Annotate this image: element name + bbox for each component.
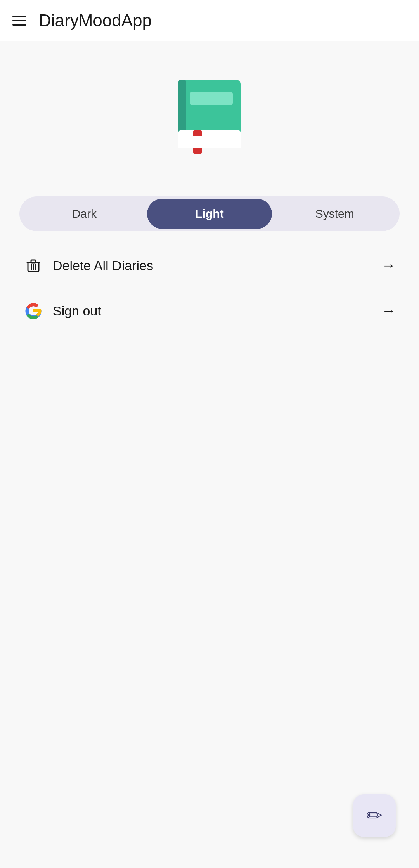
hamburger-line-1 xyxy=(12,16,26,17)
trash-icon xyxy=(23,255,43,275)
sign-out-label: Sign out xyxy=(53,303,382,319)
app-title: DiaryMoodApp xyxy=(39,11,152,30)
diary-book-icon xyxy=(167,72,252,158)
delete-all-diaries-item[interactable]: Delete All Diaries → xyxy=(19,243,400,288)
pencil-icon: ✏ xyxy=(366,804,383,827)
fab-edit-button[interactable]: ✏ xyxy=(353,794,396,837)
svg-rect-6 xyxy=(178,142,241,148)
delete-all-diaries-label: Delete All Diaries xyxy=(53,258,382,273)
hamburger-line-2 xyxy=(12,20,26,21)
sign-out-item[interactable]: Sign out → xyxy=(19,288,400,333)
theme-selector-container: Dark Light System xyxy=(19,196,400,231)
hamburger-menu-button[interactable] xyxy=(12,12,29,29)
theme-option-dark[interactable]: Dark xyxy=(22,199,147,229)
google-icon xyxy=(23,301,43,321)
svg-rect-3 xyxy=(190,92,233,105)
app-icon-container xyxy=(0,41,419,189)
menu-items-list: Delete All Diaries → Sign out → xyxy=(19,243,400,333)
theme-option-light[interactable]: Light xyxy=(147,199,272,229)
app-header: DiaryMoodApp xyxy=(0,0,419,41)
svg-rect-9 xyxy=(31,260,36,263)
theme-selector: Dark Light System xyxy=(19,196,400,231)
hamburger-line-3 xyxy=(12,24,26,26)
theme-option-system[interactable]: System xyxy=(272,199,397,229)
sign-out-arrow-icon: → xyxy=(382,303,396,319)
delete-all-arrow-icon: → xyxy=(382,257,396,274)
